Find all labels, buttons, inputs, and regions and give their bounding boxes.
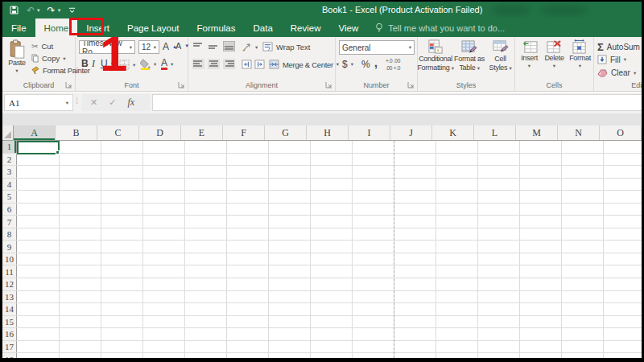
row-header-18[interactable]: 18: [2, 353, 17, 358]
row-header-6[interactable]: 6: [2, 204, 17, 216]
paste-button[interactable]: Paste ▾: [5, 39, 29, 74]
column-header-D[interactable]: D: [139, 125, 181, 140]
fill-handle[interactable]: [56, 150, 60, 154]
formula-input[interactable]: [152, 94, 642, 111]
column-header-A[interactable]: A: [14, 125, 56, 140]
tell-me-box[interactable]: Tell me what you want to do...: [367, 19, 505, 37]
format-as-table-button[interactable]: Format as Table ▾: [453, 39, 485, 73]
redo-caret-icon[interactable]: ▾: [58, 7, 61, 14]
row-header-5[interactable]: 5: [2, 191, 17, 203]
tab-file[interactable]: File: [2, 19, 35, 37]
select-all-button[interactable]: [2, 125, 14, 140]
tab-data[interactable]: Data: [245, 19, 282, 37]
conditional-formatting-button[interactable]: Conditional Formatting ▾: [419, 39, 452, 73]
row-header-14[interactable]: 14: [2, 303, 17, 315]
font-color-button[interactable]: A ▾: [161, 58, 173, 70]
column-header-M[interactable]: M: [516, 125, 558, 140]
comma-style-button[interactable]: ,: [374, 56, 378, 69]
delete-cells-button[interactable]: Delete ▾: [542, 39, 567, 69]
column-header-F[interactable]: F: [223, 125, 265, 140]
worksheet-grid[interactable]: ABCDEFGHIJKLMNO 123456789101112131415161…: [2, 125, 642, 358]
column-header-H[interactable]: H: [307, 125, 349, 140]
fill-color-button[interactable]: ▾: [140, 59, 156, 70]
fill-button[interactable]: Fill ▾: [597, 55, 626, 64]
clipboard-dialog-launcher-icon[interactable]: [65, 81, 72, 88]
row-header-8[interactable]: 8: [2, 228, 17, 241]
column-header-N[interactable]: N: [558, 125, 600, 140]
copy-button[interactable]: Copy ▾: [31, 54, 65, 63]
bottom-align-button[interactable]: [223, 41, 235, 51]
row-header-2[interactable]: 2: [2, 154, 17, 166]
column-header-K[interactable]: K: [432, 125, 474, 140]
row-header-4[interactable]: 4: [2, 179, 17, 191]
selected-cell-a1[interactable]: [17, 141, 60, 154]
column-header-C[interactable]: C: [97, 125, 139, 140]
column-header-J[interactable]: J: [390, 125, 432, 140]
row-header-12[interactable]: 12: [2, 278, 17, 290]
row-header-9[interactable]: 9: [2, 241, 17, 253]
enter-icon[interactable]: ✓: [109, 97, 116, 108]
number-format-caret-icon: ▾: [409, 44, 411, 51]
align-center-button[interactable]: [208, 59, 220, 69]
wrap-text-button[interactable]: Wrap Text: [262, 42, 310, 51]
decrease-font-button[interactable]: A▼: [175, 41, 189, 51]
cell-styles-button[interactable]: Cell Styles ▾: [486, 39, 514, 73]
middle-align-button[interactable]: [208, 41, 220, 51]
accounting-format-button[interactable]: $ ▾: [342, 59, 353, 70]
name-box-caret-icon[interactable]: ▾: [66, 100, 68, 106]
format-cells-button[interactable]: Format ▾: [568, 39, 592, 69]
tab-view[interactable]: View: [330, 19, 368, 37]
align-right-button[interactable]: [223, 59, 235, 69]
save-icon[interactable]: [9, 5, 19, 15]
merge-center-button[interactable]: Merge & Center ▾: [269, 60, 339, 69]
delete-cells-icon: [547, 39, 563, 54]
bold-button[interactable]: B: [81, 58, 89, 69]
row-header-13[interactable]: 13: [2, 291, 17, 303]
italic-button[interactable]: I: [92, 58, 95, 70]
row-header-16[interactable]: 16: [2, 328, 17, 340]
format-cells-icon: [572, 39, 588, 54]
row-header-7[interactable]: 7: [2, 216, 17, 228]
top-align-button[interactable]: [192, 41, 204, 51]
formula-bar-splitter[interactable]: ⁞: [76, 96, 76, 105]
decrease-decimal-button[interactable]: .00 +.0: [386, 65, 400, 71]
percent-style-button[interactable]: %: [361, 59, 370, 70]
row-header-17[interactable]: 17: [2, 341, 17, 353]
row-header-3[interactable]: 3: [2, 166, 17, 178]
column-header-L[interactable]: L: [474, 125, 516, 140]
tab-formulas[interactable]: Formulas: [188, 19, 245, 37]
column-header-B[interactable]: B: [56, 125, 97, 140]
insert-cells-button[interactable]: Insert ▾: [518, 39, 541, 69]
undo-icon[interactable]: ↶: [27, 6, 35, 15]
row-header-15[interactable]: 15: [2, 316, 17, 328]
alignment-dialog-launcher-icon[interactable]: [325, 81, 332, 88]
cut-button[interactable]: ✂ Cut: [31, 42, 53, 51]
clear-button[interactable]: Clear ▾: [597, 68, 636, 77]
tab-page-layout[interactable]: Page Layout: [118, 19, 188, 37]
decrease-indent-button[interactable]: [242, 60, 252, 69]
font-dialog-launcher-icon[interactable]: [178, 81, 185, 88]
tab-review[interactable]: Review: [282, 19, 330, 37]
row-header-11[interactable]: 11: [2, 265, 17, 278]
increase-decimal-button[interactable]: +.0 .00: [386, 58, 400, 64]
column-header-I[interactable]: I: [349, 125, 390, 140]
customize-qat-icon[interactable]: [68, 6, 76, 14]
number-dialog-launcher-icon[interactable]: [407, 81, 415, 88]
insert-function-icon[interactable]: fx: [127, 97, 134, 109]
name-box[interactable]: A1 ▾: [4, 94, 73, 111]
number-format-select[interactable]: General ▾: [339, 40, 415, 55]
column-header-E[interactable]: E: [181, 125, 223, 140]
increase-indent-button[interactable]: [254, 60, 265, 69]
column-header-G[interactable]: G: [265, 125, 307, 140]
row-header-1[interactable]: 1: [2, 141, 17, 153]
column-header-O[interactable]: O: [600, 125, 642, 140]
cancel-icon[interactable]: ✕: [90, 97, 97, 108]
autosum-button[interactable]: Σ AutoSum: [597, 41, 640, 53]
format-cells-caret-icon: ▾: [579, 63, 581, 69]
row-header-10[interactable]: 10: [2, 253, 17, 265]
undo-caret-icon[interactable]: ▾: [37, 7, 40, 14]
font-size-select[interactable]: 12 ▾: [138, 40, 159, 54]
align-left-button[interactable]: [192, 59, 204, 69]
orientation-button[interactable]: ▾: [242, 43, 258, 52]
redo-icon[interactable]: ↷: [47, 6, 56, 15]
